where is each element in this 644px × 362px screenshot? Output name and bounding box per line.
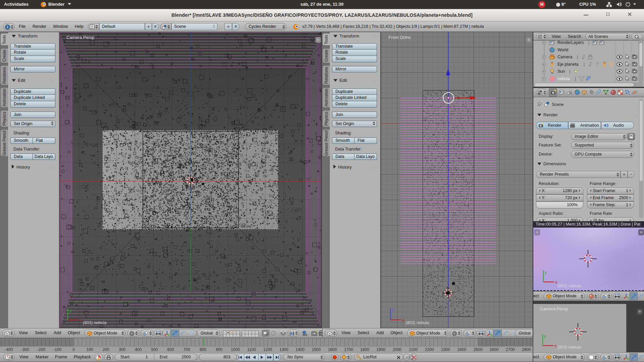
svg-text:y: y bbox=[544, 334, 546, 339]
svg-text:x: x bbox=[555, 280, 557, 285]
svg-text:y: y bbox=[545, 270, 547, 275]
svg-text:x: x bbox=[554, 343, 557, 348]
